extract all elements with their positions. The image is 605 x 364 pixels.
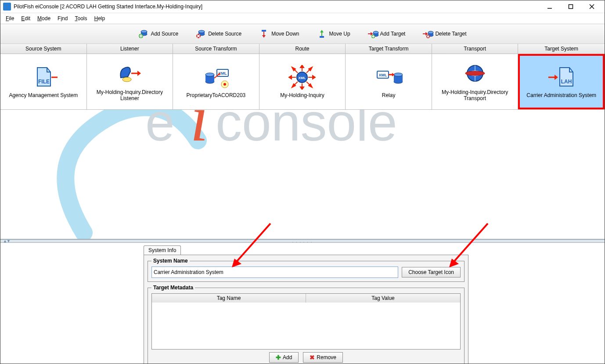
route-icon: XML <box>288 65 316 90</box>
stage-target-system-label: Carrier Administration System <box>526 92 596 98</box>
move-up-icon <box>317 29 327 39</box>
svg-rect-19 <box>320 36 324 38</box>
add-source-label: Add Source <box>151 31 178 37</box>
header-target-transform: Target Transform <box>346 44 432 54</box>
stage-route[interactable]: XML My-Holding-Inquiry <box>259 54 346 109</box>
svg-marker-60 <box>289 76 292 79</box>
svg-point-12 <box>198 30 205 33</box>
header-listener: Listener <box>87 44 173 54</box>
stage-source-transform[interactable]: XML ProprietaryToACORD203 <box>173 54 259 109</box>
details-area: System Info System Name Choose Target Ic… <box>0 243 605 364</box>
move-up-button[interactable]: Move Up <box>314 28 353 40</box>
tab-system-info[interactable]: System Info <box>144 245 181 255</box>
add-metadata-button[interactable]: ✚Add <box>269 352 299 363</box>
stage-target-system[interactable]: LAH Carrier Administration System <box>518 54 605 109</box>
svg-rect-9 <box>139 36 143 36</box>
header-target-system: Target System <box>518 44 605 54</box>
svg-marker-58 <box>300 87 304 90</box>
menu-find[interactable]: FiFindnd <box>55 14 70 22</box>
close-button[interactable] <box>582 1 602 12</box>
lah-file-icon: LAH <box>547 65 576 90</box>
svg-text:i: i <box>190 110 209 155</box>
app-icon <box>3 3 11 11</box>
svg-point-80 <box>465 71 485 76</box>
svg-text:LAH: LAH <box>561 79 572 85</box>
add-target-button[interactable]: Add Target <box>365 28 408 40</box>
splitter-grip-icon: · · · · · · <box>292 240 313 244</box>
stage-target-transform[interactable]: XML Relay <box>346 54 432 109</box>
transport-icon <box>461 62 489 86</box>
menu-edit[interactable]: EEditdit <box>18 14 33 22</box>
svg-point-6 <box>141 30 147 33</box>
metadata-table: Tag Name Tag Value <box>151 293 461 350</box>
stage-route-label: My-Holding-Inquiry <box>280 92 324 98</box>
svg-marker-82 <box>555 75 558 80</box>
svg-point-75 <box>394 73 403 76</box>
move-up-label: Move Up <box>329 31 350 37</box>
menu-file[interactable]: FFileile <box>3 14 17 22</box>
svg-marker-18 <box>262 35 266 38</box>
header-route: Route <box>259 44 346 54</box>
menu-help[interactable]: HHelpelp <box>91 14 108 22</box>
col-tag-value[interactable]: Tag Value <box>306 294 460 303</box>
menu-tools[interactable]: TToolsools <box>72 14 90 22</box>
maximize-button[interactable] <box>561 1 581 12</box>
target-metadata-legend: Target Metadata <box>151 285 195 291</box>
svg-text:XML: XML <box>299 76 306 80</box>
svg-rect-1 <box>569 5 573 9</box>
svg-text:FILE: FILE <box>38 79 50 85</box>
target-transform-icon: XML <box>375 65 403 90</box>
minimize-button[interactable] <box>540 1 560 12</box>
stage-source-system[interactable]: FILE Agency Management System <box>0 54 87 109</box>
system-name-group: System Name Choose Target Icon <box>148 258 465 282</box>
target-metadata-group: Target Metadata Tag Name Tag Value ✚Add … <box>148 285 465 364</box>
stage-source-system-label: Agency Management System <box>9 92 78 98</box>
add-target-label: Add Target <box>380 31 406 37</box>
listener-icon <box>115 62 144 86</box>
add-source-icon <box>138 29 148 39</box>
svg-point-26 <box>373 31 378 34</box>
delete-source-button[interactable]: Delete Source <box>193 28 244 40</box>
horizontal-splitter[interactable]: ▲▼ · · · · · · <box>0 239 605 243</box>
delete-target-icon <box>423 29 432 39</box>
stage-listener-label: My-Holding-Inquiry.Directory Listener <box>89 89 171 101</box>
svg-text:console: console <box>216 110 397 151</box>
splitter-chevron-icon: ▲▼ <box>3 239 10 243</box>
choose-target-icon-button[interactable]: Choose Target Icon <box>402 267 461 278</box>
delete-source-icon <box>196 29 205 39</box>
metadata-table-body <box>152 303 460 349</box>
svg-marker-21 <box>320 30 324 32</box>
source-transform-icon: XML <box>202 65 230 90</box>
add-source-button[interactable]: Add Source <box>136 28 181 40</box>
delete-source-label: Delete Source <box>208 31 241 37</box>
svg-marker-56 <box>300 65 304 68</box>
remove-icon: ✖ <box>310 354 315 361</box>
pipeline-row: FILE Agency Management System My-Holding… <box>0 54 605 110</box>
move-down-button[interactable]: Move Down <box>256 28 302 40</box>
stage-transport[interactable]: My-Holding-Inquiry.Directory Transport <box>432 54 519 109</box>
menu-mode[interactable]: MModeode <box>35 14 53 22</box>
delete-target-button[interactable]: Delete Target <box>420 28 469 40</box>
svg-point-34 <box>428 31 433 34</box>
header-source-system: Source System <box>0 44 87 54</box>
svg-rect-29 <box>372 36 375 37</box>
header-transport: Transport <box>432 44 519 54</box>
pipeline-headers: Source System Listener Source Transform … <box>0 44 605 54</box>
svg-point-46 <box>205 73 214 76</box>
svg-marker-43 <box>137 71 141 76</box>
main-toolbar: Add Source Delete Source Move Down Move … <box>0 24 605 44</box>
svg-rect-16 <box>262 30 266 32</box>
col-tag-name[interactable]: Tag Name <box>152 294 306 303</box>
svg-point-41 <box>122 77 131 82</box>
stage-target-transform-label: Relay <box>382 92 396 98</box>
file-icon: FILE <box>29 65 58 90</box>
delete-target-label: Delete Target <box>435 31 466 37</box>
system-name-legend: System Name <box>151 258 190 264</box>
stage-listener[interactable]: My-Holding-Inquiry.Directory Listener <box>87 54 173 109</box>
stage-transport-label: My-Holding-Inquiry.Directory Transport <box>434 89 516 101</box>
system-name-input[interactable] <box>151 267 398 278</box>
plus-icon: ✚ <box>276 354 281 361</box>
svg-text:XML: XML <box>379 73 388 77</box>
move-down-label: Move Down <box>271 31 299 37</box>
remove-metadata-button[interactable]: ✖Remove <box>303 352 343 363</box>
